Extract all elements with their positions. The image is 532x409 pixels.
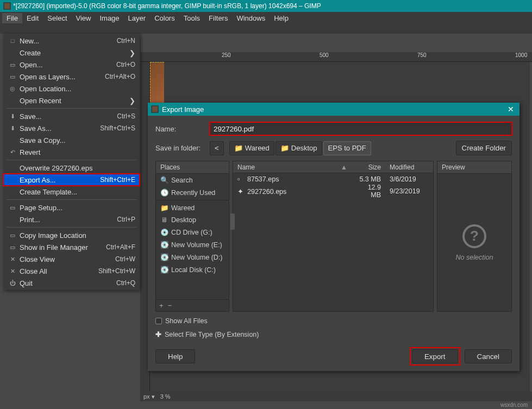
menuitem-shortcut: Shift+Ctrl+E [100, 176, 135, 184]
menuitem-label: Save... [17, 112, 117, 121]
menu-image[interactable]: Image [95, 13, 123, 23]
menuitem-label: Show in File Manager [17, 243, 106, 251]
preview-text: No selection [456, 254, 493, 261]
menuitem-close-all[interactable]: ✕Close AllShift+Ctrl+W [3, 265, 140, 277]
path-segment-wareed[interactable]: 📁Wareed [229, 141, 274, 155]
toolbar-strip [0, 24, 532, 34]
menuitem-copy-image-location[interactable]: ▭Copy Image Location [3, 229, 140, 241]
place-search[interactable]: 🔍Search [156, 174, 229, 186]
menuitem-save-a-copy[interactable]: Save a Copy... [3, 134, 140, 146]
menu-file[interactable]: File [2, 13, 22, 23]
menuitem-shortcut: Ctrl+Alt+F [106, 243, 135, 251]
menuitem-save-as[interactable]: ⬇Save As...Shift+Ctrl+S [3, 122, 140, 134]
path-segment-desktop[interactable]: 📁Desktop [276, 141, 322, 155]
place-wareed[interactable]: 📁Wareed [156, 202, 229, 214]
create-folder-button[interactable]: Create Folder [456, 141, 512, 155]
export-button[interactable]: Export [412, 349, 458, 363]
menuitem-icon: ⬇ [8, 113, 17, 120]
menuitem-label: Open Location... [17, 85, 135, 93]
svg-rect-0 [4, 3, 10, 9]
menuitem-label: Open... [17, 61, 116, 69]
menuitem-close-view[interactable]: ✕Close ViewCtrl+W [3, 253, 140, 265]
menu-help[interactable]: Help [270, 13, 293, 23]
menuitem-icon: ▭ [8, 244, 17, 251]
menuitem-open[interactable]: ▭Open...Ctrl+O [3, 59, 140, 71]
column-name[interactable]: Name ▲ [233, 163, 352, 171]
menuitem-shortcut: Ctrl+S [117, 112, 135, 120]
svg-rect-1 [152, 106, 158, 112]
menu-windows[interactable]: Windows [232, 13, 270, 23]
place-icon: 🔍 [160, 176, 168, 184]
menu-colors[interactable]: Colors [150, 13, 179, 23]
close-icon[interactable]: ✕ [505, 105, 516, 114]
file-type-expander[interactable]: ✚ Select File Type (By Extension) [155, 330, 512, 338]
menuitem-open-recent[interactable]: Open Recent❯ [3, 95, 140, 106]
file-row[interactable]: ▫87537.eps5.3 MB3/6/2019 [233, 173, 433, 185]
menuitem-quit[interactable]: ⏻QuitCtrl+Q [3, 277, 140, 289]
chevron-right-icon: ❯ [129, 97, 135, 105]
zoom-percent[interactable]: 3 % [160, 393, 171, 400]
show-all-files-checkbox[interactable]: Show All Files [155, 317, 512, 325]
menuitem-page-setup[interactable]: ▭Page Setup... [3, 202, 140, 213]
menuitem-icon: ⏻ [8, 280, 17, 286]
menuitem-new[interactable]: □New...Ctrl+N [3, 35, 140, 47]
menuitem-show-in-file-manager[interactable]: ▭Show in File ManagerCtrl+Alt+F [3, 241, 140, 253]
unit-dropdown[interactable]: px ▾ [143, 393, 155, 400]
menuitem-icon: ✕ [8, 268, 17, 275]
place-new-volume-d[interactable]: 💽New Volume (D:) [156, 251, 229, 263]
place-recently-used[interactable]: 🕓Recently Used [156, 186, 229, 199]
menuitem-icon: ▭ [8, 61, 17, 68]
menu-filters[interactable]: Filters [204, 13, 232, 23]
menu-select[interactable]: Select [43, 13, 71, 23]
add-bookmark-icon[interactable]: + [159, 301, 164, 310]
preview-header: Preview [437, 161, 511, 174]
menuitem-revert[interactable]: ↶Revert [3, 146, 140, 158]
column-modified[interactable]: Modified [385, 163, 433, 171]
dialog-icon [151, 105, 159, 113]
menuitem-icon: ◎ [8, 85, 17, 92]
menu-layer[interactable]: Layer [124, 13, 151, 23]
pane-resize-handle[interactable] [230, 213, 235, 230]
file-row[interactable]: ✦2927260.eps12.9 MB9/23/2019 [233, 185, 433, 197]
menu-edit[interactable]: Edit [22, 13, 43, 23]
savein-label: Save in folder: [155, 144, 204, 152]
menu-view[interactable]: View [72, 13, 96, 23]
remove-bookmark-icon[interactable]: − [168, 301, 172, 310]
column-size[interactable]: Size [352, 163, 385, 171]
plus-icon: ✚ [155, 330, 161, 338]
filename-input[interactable] [210, 122, 512, 135]
menuitem-label: Save As... [17, 124, 100, 133]
ruler-tick: 500 [320, 52, 329, 58]
menuitem-create-template[interactable]: Create Template... [3, 186, 140, 198]
place-icon: 🕓 [160, 188, 168, 197]
window-titlebar: *[2927260] (imported)-5.0 (RGB color 8-b… [0, 0, 532, 12]
menuitem-save[interactable]: ⬇Save...Ctrl+S [3, 110, 140, 122]
export-dialog: Export Image ✕ Name: Save in folder: < 📁… [148, 103, 520, 371]
app-icon [3, 2, 11, 10]
menuitem-open-as-layers[interactable]: ▭Open as Layers...Ctrl+Alt+O [3, 71, 140, 83]
place-new-volume-e[interactable]: 💽New Volume (E:) [156, 238, 229, 251]
path-segment-eps-to-pdf[interactable]: EPS to PDF [323, 141, 371, 155]
place-cd-drive-g[interactable]: 💿CD Drive (G:) [156, 226, 229, 238]
menu-tools[interactable]: Tools [179, 13, 204, 23]
file-menu: □New...Ctrl+NCreate❯▭Open...Ctrl+O▭Open … [3, 34, 140, 290]
menuitem-label: Create Template... [17, 188, 135, 196]
sort-arrow-icon: ▲ [341, 163, 347, 171]
menuitem-export-as[interactable]: Export As...Shift+Ctrl+E [3, 174, 140, 186]
cancel-button[interactable]: Cancel [465, 349, 512, 363]
place-local-disk-c[interactable]: 💽Local Disk (C:) [156, 263, 229, 276]
folder-icon: 📁 [234, 144, 243, 152]
menuitem-create[interactable]: Create❯ [3, 47, 140, 59]
menuitem-icon: ▭ [8, 232, 17, 239]
back-button[interactable]: < [210, 141, 224, 155]
menuitem-print[interactable]: Print...Ctrl+P [3, 213, 140, 225]
ruler-horizontal: 02505007501000 [140, 52, 532, 62]
help-button[interactable]: Help [155, 349, 195, 363]
place-desktop[interactable]: 🖥Desktop [156, 214, 229, 226]
menuitem-label: Quit [17, 279, 116, 287]
menuitem-overwrite-2927260-eps[interactable]: Overwrite 2927260.eps [3, 162, 140, 174]
menuitem-label: Save a Copy... [17, 136, 135, 144]
menuitem-label: Open as Layers... [17, 73, 105, 81]
ruler-tick: 750 [417, 52, 427, 58]
menuitem-open-location[interactable]: ◎Open Location... [3, 83, 140, 95]
